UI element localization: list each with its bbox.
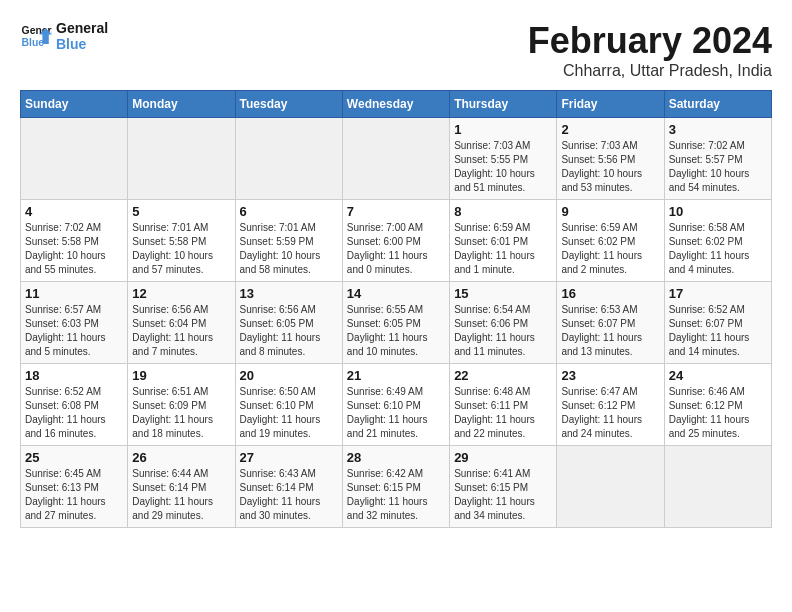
day-info: Sunrise: 6:42 AM Sunset: 6:15 PM Dayligh…: [347, 467, 445, 523]
header-cell-thursday: Thursday: [450, 91, 557, 118]
header-cell-saturday: Saturday: [664, 91, 771, 118]
logo-line1: General: [56, 20, 108, 36]
header-cell-monday: Monday: [128, 91, 235, 118]
day-number: 26: [132, 450, 230, 465]
day-info: Sunrise: 6:47 AM Sunset: 6:12 PM Dayligh…: [561, 385, 659, 441]
calendar-week-3: 18Sunrise: 6:52 AM Sunset: 6:08 PM Dayli…: [21, 364, 772, 446]
calendar-cell: 27Sunrise: 6:43 AM Sunset: 6:14 PM Dayli…: [235, 446, 342, 528]
day-number: 11: [25, 286, 123, 301]
calendar-body: 1Sunrise: 7:03 AM Sunset: 5:55 PM Daylig…: [21, 118, 772, 528]
day-number: 14: [347, 286, 445, 301]
day-info: Sunrise: 6:57 AM Sunset: 6:03 PM Dayligh…: [25, 303, 123, 359]
day-info: Sunrise: 6:52 AM Sunset: 6:07 PM Dayligh…: [669, 303, 767, 359]
calendar-cell: 3Sunrise: 7:02 AM Sunset: 5:57 PM Daylig…: [664, 118, 771, 200]
calendar-cell: 28Sunrise: 6:42 AM Sunset: 6:15 PM Dayli…: [342, 446, 449, 528]
page-title: February 2024: [528, 20, 772, 62]
calendar-week-1: 4Sunrise: 7:02 AM Sunset: 5:58 PM Daylig…: [21, 200, 772, 282]
calendar-cell: 20Sunrise: 6:50 AM Sunset: 6:10 PM Dayli…: [235, 364, 342, 446]
header-cell-tuesday: Tuesday: [235, 91, 342, 118]
calendar-cell: 10Sunrise: 6:58 AM Sunset: 6:02 PM Dayli…: [664, 200, 771, 282]
day-number: 22: [454, 368, 552, 383]
calendar-cell: 8Sunrise: 6:59 AM Sunset: 6:01 PM Daylig…: [450, 200, 557, 282]
calendar-week-0: 1Sunrise: 7:03 AM Sunset: 5:55 PM Daylig…: [21, 118, 772, 200]
calendar-cell: [557, 446, 664, 528]
day-number: 16: [561, 286, 659, 301]
calendar-cell: 1Sunrise: 7:03 AM Sunset: 5:55 PM Daylig…: [450, 118, 557, 200]
day-number: 13: [240, 286, 338, 301]
day-number: 5: [132, 204, 230, 219]
calendar-header: SundayMondayTuesdayWednesdayThursdayFrid…: [21, 91, 772, 118]
calendar-cell: [664, 446, 771, 528]
logo-line2: Blue: [56, 36, 108, 52]
day-number: 27: [240, 450, 338, 465]
day-number: 9: [561, 204, 659, 219]
day-info: Sunrise: 6:55 AM Sunset: 6:05 PM Dayligh…: [347, 303, 445, 359]
calendar-cell: 22Sunrise: 6:48 AM Sunset: 6:11 PM Dayli…: [450, 364, 557, 446]
calendar-cell: 15Sunrise: 6:54 AM Sunset: 6:06 PM Dayli…: [450, 282, 557, 364]
day-number: 23: [561, 368, 659, 383]
day-number: 10: [669, 204, 767, 219]
logo-icon: General Blue: [20, 20, 52, 52]
page-subtitle: Chharra, Uttar Pradesh, India: [528, 62, 772, 80]
calendar-cell: 11Sunrise: 6:57 AM Sunset: 6:03 PM Dayli…: [21, 282, 128, 364]
calendar-cell: 2Sunrise: 7:03 AM Sunset: 5:56 PM Daylig…: [557, 118, 664, 200]
calendar-cell: [21, 118, 128, 200]
calendar-cell: 6Sunrise: 7:01 AM Sunset: 5:59 PM Daylig…: [235, 200, 342, 282]
calendar-cell: 9Sunrise: 6:59 AM Sunset: 6:02 PM Daylig…: [557, 200, 664, 282]
day-number: 24: [669, 368, 767, 383]
day-info: Sunrise: 7:03 AM Sunset: 5:56 PM Dayligh…: [561, 139, 659, 195]
day-info: Sunrise: 6:46 AM Sunset: 6:12 PM Dayligh…: [669, 385, 767, 441]
title-area: February 2024 Chharra, Uttar Pradesh, In…: [528, 20, 772, 80]
header-cell-wednesday: Wednesday: [342, 91, 449, 118]
calendar-cell: 4Sunrise: 7:02 AM Sunset: 5:58 PM Daylig…: [21, 200, 128, 282]
calendar-cell: 25Sunrise: 6:45 AM Sunset: 6:13 PM Dayli…: [21, 446, 128, 528]
day-info: Sunrise: 6:49 AM Sunset: 6:10 PM Dayligh…: [347, 385, 445, 441]
calendar-cell: 26Sunrise: 6:44 AM Sunset: 6:14 PM Dayli…: [128, 446, 235, 528]
header-cell-friday: Friday: [557, 91, 664, 118]
day-info: Sunrise: 6:53 AM Sunset: 6:07 PM Dayligh…: [561, 303, 659, 359]
day-number: 18: [25, 368, 123, 383]
day-number: 29: [454, 450, 552, 465]
day-number: 4: [25, 204, 123, 219]
day-info: Sunrise: 6:52 AM Sunset: 6:08 PM Dayligh…: [25, 385, 123, 441]
calendar-cell: 17Sunrise: 6:52 AM Sunset: 6:07 PM Dayli…: [664, 282, 771, 364]
day-number: 28: [347, 450, 445, 465]
day-number: 3: [669, 122, 767, 137]
calendar-table: SundayMondayTuesdayWednesdayThursdayFrid…: [20, 90, 772, 528]
calendar-cell: 19Sunrise: 6:51 AM Sunset: 6:09 PM Dayli…: [128, 364, 235, 446]
calendar-cell: [235, 118, 342, 200]
day-info: Sunrise: 6:48 AM Sunset: 6:11 PM Dayligh…: [454, 385, 552, 441]
day-info: Sunrise: 7:00 AM Sunset: 6:00 PM Dayligh…: [347, 221, 445, 277]
calendar-cell: [342, 118, 449, 200]
day-number: 20: [240, 368, 338, 383]
day-info: Sunrise: 6:54 AM Sunset: 6:06 PM Dayligh…: [454, 303, 552, 359]
calendar-week-4: 25Sunrise: 6:45 AM Sunset: 6:13 PM Dayli…: [21, 446, 772, 528]
day-number: 6: [240, 204, 338, 219]
day-number: 1: [454, 122, 552, 137]
calendar-cell: 5Sunrise: 7:01 AM Sunset: 5:58 PM Daylig…: [128, 200, 235, 282]
header-cell-sunday: Sunday: [21, 91, 128, 118]
day-info: Sunrise: 7:03 AM Sunset: 5:55 PM Dayligh…: [454, 139, 552, 195]
calendar-week-2: 11Sunrise: 6:57 AM Sunset: 6:03 PM Dayli…: [21, 282, 772, 364]
svg-text:Blue: Blue: [22, 37, 45, 48]
day-info: Sunrise: 6:45 AM Sunset: 6:13 PM Dayligh…: [25, 467, 123, 523]
calendar-cell: 23Sunrise: 6:47 AM Sunset: 6:12 PM Dayli…: [557, 364, 664, 446]
day-info: Sunrise: 6:59 AM Sunset: 6:01 PM Dayligh…: [454, 221, 552, 277]
logo: General Blue General Blue: [20, 20, 108, 52]
day-info: Sunrise: 6:56 AM Sunset: 6:04 PM Dayligh…: [132, 303, 230, 359]
day-info: Sunrise: 6:51 AM Sunset: 6:09 PM Dayligh…: [132, 385, 230, 441]
day-info: Sunrise: 7:02 AM Sunset: 5:58 PM Dayligh…: [25, 221, 123, 277]
day-number: 17: [669, 286, 767, 301]
calendar-cell: 14Sunrise: 6:55 AM Sunset: 6:05 PM Dayli…: [342, 282, 449, 364]
day-info: Sunrise: 6:44 AM Sunset: 6:14 PM Dayligh…: [132, 467, 230, 523]
day-info: Sunrise: 6:56 AM Sunset: 6:05 PM Dayligh…: [240, 303, 338, 359]
calendar-cell: 24Sunrise: 6:46 AM Sunset: 6:12 PM Dayli…: [664, 364, 771, 446]
day-info: Sunrise: 6:58 AM Sunset: 6:02 PM Dayligh…: [669, 221, 767, 277]
day-number: 15: [454, 286, 552, 301]
header-row: SundayMondayTuesdayWednesdayThursdayFrid…: [21, 91, 772, 118]
calendar-cell: [128, 118, 235, 200]
day-number: 8: [454, 204, 552, 219]
page-header: General Blue General Blue February 2024 …: [20, 20, 772, 80]
day-info: Sunrise: 6:50 AM Sunset: 6:10 PM Dayligh…: [240, 385, 338, 441]
day-info: Sunrise: 6:41 AM Sunset: 6:15 PM Dayligh…: [454, 467, 552, 523]
